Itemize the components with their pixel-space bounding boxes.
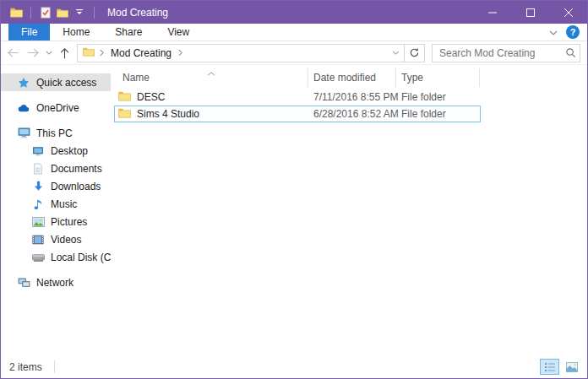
cloud-icon <box>17 101 30 115</box>
search-icon[interactable] <box>561 47 580 58</box>
search-box <box>432 44 580 62</box>
file-row-sims-4-studio[interactable]: Sims 4 Studio 6/28/2016 8:52 AM File fol… <box>114 106 481 122</box>
search-input[interactable] <box>433 47 561 59</box>
folder-icon <box>118 107 131 121</box>
details-view-button[interactable] <box>540 359 559 375</box>
file-type-cell: File folder <box>396 91 476 103</box>
large-icons-view-button[interactable] <box>562 359 581 375</box>
sidebar-item-label: Pictures <box>51 216 87 228</box>
picture-icon <box>31 215 45 229</box>
sidebar-item-label: Desktop <box>51 145 88 157</box>
item-count: 2 items <box>9 361 42 373</box>
video-icon <box>31 233 45 246</box>
column-headers: Name Date modified Type <box>114 68 587 87</box>
forward-arrow-icon[interactable] <box>23 43 43 63</box>
help-icon[interactable]: ? <box>566 25 580 39</box>
file-name-cell: Sims 4 Studio <box>115 107 308 121</box>
expand-ribbon-chevron-icon[interactable] <box>549 26 558 38</box>
explorer-window: Mod Creating File Home Share View ? <box>0 0 588 379</box>
maximize-button[interactable] <box>511 1 549 24</box>
address-row: Mod Creating <box>1 41 587 65</box>
file-name: Sims 4 Studio <box>137 108 199 120</box>
sidebar-item-label: Local Disk (C:) <box>51 252 111 263</box>
status-bar: 2 items <box>1 355 587 378</box>
address-bar[interactable]: Mod Creating <box>77 44 425 62</box>
titlebar-separator <box>30 7 31 19</box>
ribbon-tab-row: File Home Share View ? <box>1 24 587 41</box>
file-row-desc[interactable]: DESC 7/11/2016 8:55 PM File folder <box>114 89 481 106</box>
sidebar-item-this-pc[interactable]: This PC <box>1 124 111 142</box>
ribbon-right-controls: ? <box>549 24 587 41</box>
title-bar: Mod Creating <box>1 1 587 24</box>
sidebar-item-label: Quick access <box>36 77 96 89</box>
window-controls <box>473 1 587 24</box>
document-icon <box>31 162 45 176</box>
sidebar-item-label: OneDrive <box>36 102 79 114</box>
tab-file[interactable]: File <box>8 24 50 41</box>
file-date-cell: 6/28/2016 8:52 AM <box>308 108 396 120</box>
tab-view[interactable]: View <box>155 24 202 41</box>
sidebar-item-label: This PC <box>36 127 73 139</box>
window-title: Mod Creating <box>107 7 168 19</box>
network-icon <box>17 276 30 290</box>
breadcrumb-chevron-icon[interactable] <box>173 49 188 57</box>
sidebar-item-quick-access[interactable]: Quick access <box>1 73 111 91</box>
status-separator <box>54 360 55 373</box>
file-type-cell: File folder <box>396 108 476 120</box>
sidebar-item-pictures[interactable]: Pictures <box>1 213 111 230</box>
sidebar-item-label: Downloads <box>51 181 101 192</box>
new-folder-icon[interactable] <box>54 3 71 22</box>
address-dropdown-chevron-icon[interactable] <box>387 45 404 62</box>
app-folder-icon[interactable] <box>8 3 24 22</box>
view-toggle-group <box>540 359 587 375</box>
qat-customize-chevron-icon[interactable] <box>71 3 88 22</box>
breadcrumb-segment[interactable]: Mod Creating <box>109 47 173 59</box>
disk-icon <box>31 251 45 264</box>
file-name-cell: DESC <box>115 90 308 104</box>
breadcrumb-chevron-icon[interactable] <box>95 49 109 57</box>
sidebar-item-onedrive[interactable]: OneDrive <box>1 99 111 116</box>
file-list-pane: Name Date modified Type DESC 7/11/2016 8… <box>111 65 587 355</box>
folder-icon <box>83 46 95 59</box>
navigation-pane: Quick access OneDrive This PC Desktop <box>1 65 111 355</box>
download-icon <box>31 180 45 193</box>
back-arrow-icon[interactable] <box>3 43 23 63</box>
sort-ascending-icon <box>207 67 215 79</box>
titlebar-separator <box>94 7 95 19</box>
sidebar-item-downloads[interactable]: Downloads <box>1 177 111 195</box>
sidebar-item-local-disk[interactable]: Local Disk (C:) <box>1 248 111 266</box>
folder-icon <box>118 90 131 104</box>
sidebar-item-videos[interactable]: Videos <box>1 230 111 248</box>
properties-icon[interactable] <box>37 3 54 22</box>
tab-home[interactable]: Home <box>50 24 102 41</box>
minimize-button[interactable] <box>473 1 511 24</box>
tab-share[interactable]: Share <box>102 24 155 41</box>
star-icon <box>17 76 30 89</box>
column-header-type[interactable]: Type <box>396 68 480 87</box>
recent-locations-chevron-icon[interactable] <box>43 43 54 63</box>
sidebar-item-network[interactable]: Network <box>1 273 111 291</box>
file-rows: DESC 7/11/2016 8:55 PM File folder Sims … <box>114 89 587 122</box>
refresh-icon[interactable] <box>404 45 424 62</box>
file-name: DESC <box>137 91 165 103</box>
file-date-cell: 7/11/2016 8:55 PM <box>308 91 396 103</box>
sidebar-item-documents[interactable]: Documents <box>1 160 111 177</box>
sidebar-item-label: Documents <box>51 163 102 175</box>
close-button[interactable] <box>549 1 587 24</box>
column-header-date-modified[interactable]: Date modified <box>308 68 396 87</box>
sidebar-item-label: Network <box>36 277 74 289</box>
up-arrow-icon[interactable] <box>54 43 74 63</box>
sidebar-item-label: Music <box>51 198 77 210</box>
computer-icon <box>17 127 30 140</box>
main-area: Quick access OneDrive This PC Desktop <box>1 65 587 355</box>
sidebar-item-desktop[interactable]: Desktop <box>1 142 111 160</box>
desktop-icon <box>31 144 45 158</box>
music-icon <box>31 198 45 211</box>
sidebar-item-music[interactable]: Music <box>1 195 111 213</box>
sidebar-item-label: Videos <box>51 234 81 246</box>
